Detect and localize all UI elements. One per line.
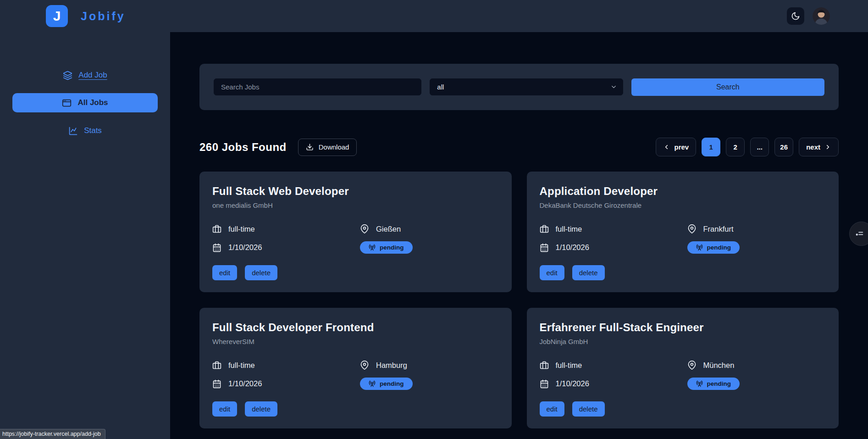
logo-icon: J [46,5,68,27]
map-pin-icon [360,361,369,370]
contact-list-icon [854,229,864,239]
radio-tower-icon [369,244,376,251]
job-type: full-time [212,224,360,233]
logo-link[interactable]: J Jobify [46,5,126,27]
edit-button[interactable]: edit [212,401,237,417]
job-title: Full Stack Web Developer [212,185,499,198]
brand-name: Jobify [81,10,126,23]
job-details: full-time Hamburg 1/10/2026 [212,361,499,390]
briefcase-icon [212,224,221,233]
job-actions: edit delete [540,401,826,417]
map-pin-icon [687,361,697,370]
job-type-select-wrap: all [430,78,623,95]
chart-line-icon [68,126,78,136]
search-input[interactable] [214,78,421,95]
layers-icon [63,71,72,80]
jobs-found-count: 260 Jobs Found [199,141,287,154]
map-pin-icon [360,224,369,233]
job-type: full-time [212,361,360,370]
job-date: 1/10/2026 [212,379,360,389]
app-window-icon [62,98,72,108]
job-type-select[interactable]: all [430,78,623,95]
job-details: full-time Gießen 1/10/2026 [212,224,499,254]
job-type: full-time [540,224,687,233]
results-row: 260 Jobs Found Download prev [199,138,839,156]
sidebar-item-label: All Jobs [77,98,108,107]
sidebar-item-label: Stats [84,126,102,135]
job-title: Full Stack Developer Frontend [212,321,499,334]
job-actions: edit delete [212,265,499,280]
sidebar-item-all-jobs[interactable]: All Jobs [12,93,158,112]
job-actions: edit delete [212,401,499,417]
job-actions: edit delete [540,265,826,280]
download-button[interactable]: Download [298,139,357,156]
delete-button[interactable]: delete [572,401,605,417]
job-location: Frankfurt [687,224,826,233]
search-button[interactable]: Search [631,78,824,96]
page-button-1[interactable]: 1 [702,138,720,156]
job-location: Gießen [360,224,499,233]
search-form: all Search [199,64,839,110]
briefcase-icon [540,224,549,233]
status-badge: pending [360,241,413,254]
page-button-26[interactable]: 26 [774,138,793,156]
job-date: 1/10/2026 [212,243,360,252]
topbar-actions [787,7,830,25]
sidebar-item-stats[interactable]: Stats [0,122,170,140]
calendar-icon [212,379,221,389]
sidebar-item-add-job[interactable]: Add Job [0,66,170,84]
calendar-icon [540,243,549,252]
link-preview-statusbar: https://jobify-tracker.vercel.app/add-jo… [0,429,105,439]
next-page-button[interactable]: next [799,138,839,156]
status-badge: pending [360,378,413,390]
job-type: full-time [540,361,687,370]
page-button-2[interactable]: 2 [726,138,745,156]
main-content: all Search 260 Jobs Found [170,32,868,439]
chevron-left-icon [663,144,670,150]
edit-button[interactable]: edit [212,265,237,280]
prev-page-button[interactable]: prev [656,138,696,156]
pagination: prev 1 2 ... 26 next [656,138,839,156]
job-card: Erfahrener Full-Stack Engineer JobNinja … [527,308,839,428]
topbar: J Jobify [0,0,868,32]
job-details: full-time München 1/10/2026 [540,361,826,390]
download-icon [306,143,314,151]
radio-tower-icon [696,380,703,387]
user-avatar[interactable] [813,7,830,25]
delete-button[interactable]: delete [245,401,277,417]
radio-tower-icon [696,244,703,251]
calendar-icon [540,379,549,389]
calendar-icon [212,243,221,252]
radio-tower-icon [369,380,376,387]
chevron-right-icon [824,144,831,150]
job-title: Erfahrener Full-Stack Engineer [540,321,826,334]
map-pin-icon [687,224,697,233]
job-card: Full Stack Developer Frontend WhereverSI… [199,308,512,428]
job-company: WhereverSIM [212,338,499,345]
job-company: JobNinja GmbH [540,338,826,345]
job-date: 1/10/2026 [540,379,687,389]
briefcase-icon [540,361,549,370]
job-details: full-time Frankfurt 1/10/2026 [540,224,826,254]
delete-button[interactable]: delete [245,265,277,280]
briefcase-icon [212,361,221,370]
moon-icon [791,11,800,21]
job-date: 1/10/2026 [540,243,687,252]
sidebar-item-label: Add Job [78,71,107,80]
job-card: Application Developer DekaBank Deutsche … [527,172,839,292]
job-company: DekaBank Deutsche Girozentrale [540,201,826,209]
job-card: Full Stack Web Developer one medialis Gm… [199,172,512,292]
status-badge: pending [687,241,740,254]
sidebar: Add Job All Jobs Stats [0,32,170,439]
delete-button[interactable]: delete [572,265,605,280]
job-location: Hamburg [360,361,499,370]
job-title: Application Developer [540,185,826,198]
jobs-grid: Full Stack Web Developer one medialis Gm… [199,172,839,428]
job-location: München [687,361,826,370]
status-badge: pending [687,378,740,390]
theme-toggle-button[interactable] [787,7,804,25]
job-company: one medialis GmbH [212,201,499,209]
page-button-ellipsis[interactable]: ... [750,138,769,156]
edit-button[interactable]: edit [540,401,564,417]
edit-button[interactable]: edit [540,265,564,280]
